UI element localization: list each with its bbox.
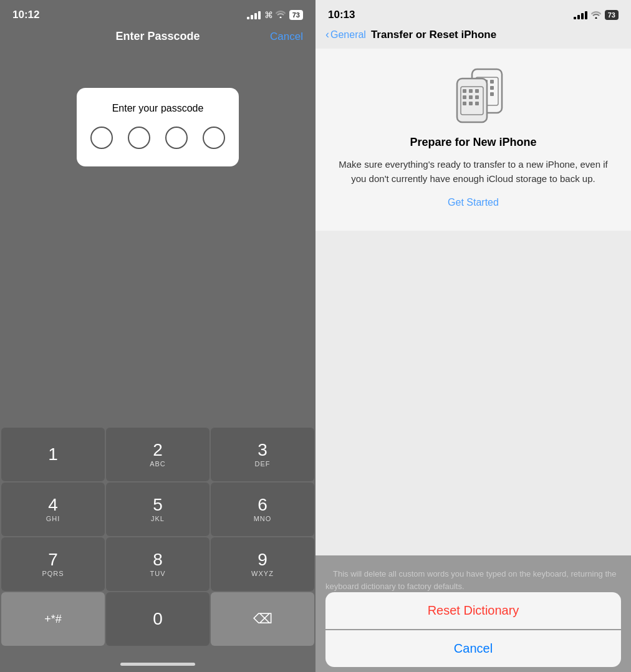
key-symbols: +*# [44,613,62,625]
svg-rect-4 [490,80,494,84]
key-letters-5: JKL [151,515,165,522]
nav-bar-left: Enter Passcode Cancel [0,26,316,50]
delete-icon: ⌫ [253,612,272,626]
passcode-dot-2 [128,127,150,149]
key-num-8: 8 [153,551,163,569]
prepare-icon [448,66,511,128]
numpad-key-8[interactable]: 8 TUV [106,537,210,591]
passcode-dot-1 [90,127,113,149]
key-letters-2: ABC [150,460,166,468]
numpad-key-symbols[interactable]: +*# [1,592,105,646]
key-num-6: 6 [258,496,267,514]
key-letters-6: MNO [254,515,272,522]
passcode-prompt: Enter your passcode [112,103,204,114]
action-sheet: This will delete all custom words you ha… [316,555,631,672]
key-letters-8: TUV [150,570,166,577]
right-panel: 10:13 73 ‹ General Transfer or Reset iPh… [316,0,631,672]
numpad-key-delete[interactable]: ⌫ [211,592,314,646]
svg-rect-19 [463,102,466,105]
back-chevron-icon: ‹ [325,28,329,41]
wifi-icon-right [591,11,601,19]
numpad-key-2[interactable]: 2 ABC [106,428,210,481]
home-indicator-left [120,663,195,666]
numpad-key-9[interactable]: 9 WXYZ [211,537,314,591]
status-icons-left: ⌘ 73 [247,10,303,20]
battery-icon-left: 73 [289,10,303,20]
prepare-title: Prepare for New iPhone [410,136,536,149]
svg-rect-17 [469,95,473,99]
time-left: 10:12 [12,9,39,21]
time-right: 10:13 [328,9,355,21]
key-num-2: 2 [153,441,163,459]
battery-icon-right: 73 [605,10,619,20]
back-button[interactable]: ‹ General [325,29,366,41]
passcode-dialog: Enter your passcode [77,88,239,166]
numpad: 1 2 ABC 3 DEF 4 GHI 5 JKL 6 MNO 7 PQRS 8 [0,426,316,647]
svg-rect-10 [490,92,494,96]
action-sheet-buttons: Reset Dictionary Cancel [325,592,621,667]
key-letters-7: PQRS [42,570,64,577]
status-bar-right: 10:13 73 [316,0,631,26]
svg-rect-7 [490,86,494,90]
status-bar-left: 10:12 ⌘ 73 [0,0,316,26]
nav-bar-right: ‹ General Transfer or Reset iPhone [316,26,631,49]
passcode-dot-4 [203,127,225,149]
reset-dictionary-button[interactable]: Reset Dictionary [325,592,621,629]
svg-rect-18 [475,95,479,99]
prepare-card: Prepare for New iPhone Make sure everyth… [316,49,631,231]
svg-rect-20 [469,102,473,105]
key-letters-4: GHI [46,515,60,522]
svg-rect-11 [457,79,487,122]
svg-rect-16 [463,95,466,99]
key-num-9: 9 [258,551,267,569]
passcode-dot-3 [165,127,188,149]
numpad-key-3[interactable]: 3 DEF [211,428,314,481]
right-nav-title: Transfer or Reset iPhone [371,29,496,41]
numpad-key-0[interactable]: 0 [106,592,210,646]
signal-icon-right [574,11,587,19]
signal-icon-left [247,11,261,19]
numpad-key-1[interactable]: 1 [1,428,105,481]
numpad-key-7[interactable]: 7 PQRS [1,537,105,591]
status-icons-right: 73 [574,10,619,20]
svg-rect-13 [463,89,466,93]
key-letters-3: DEF [255,460,271,468]
passcode-dots [90,127,225,149]
key-num-0: 0 [153,610,163,628]
key-num-1: 1 [48,446,58,463]
cancel-action-button[interactable]: Cancel [325,630,621,667]
key-num-3: 3 [258,441,267,459]
passcode-title: Enter Passcode [115,30,200,43]
svg-rect-21 [475,102,479,105]
key-letters-9: WXYZ [251,570,274,577]
key-num-7: 7 [48,551,58,569]
back-label: General [330,29,366,41]
key-num-4: 4 [48,496,58,514]
svg-rect-15 [475,89,479,93]
svg-rect-14 [469,89,473,93]
wifi-icon-left: ⌘ [264,10,286,20]
numpad-key-4[interactable]: 4 GHI [1,482,105,536]
numpad-key-6[interactable]: 6 MNO [211,482,314,536]
numpad-key-5[interactable]: 5 JKL [106,482,210,536]
cancel-button-left[interactable]: Cancel [270,31,303,43]
get-started-button[interactable]: Get Started [448,194,499,211]
phone-icons [448,66,498,122]
action-sheet-background: This will delete all custom words you ha… [316,555,631,672]
key-num-5: 5 [153,496,163,514]
left-panel: 10:12 ⌘ 73 Enter Passcode Cancel Enter y [0,0,316,672]
prepare-description: Make sure everything's ready to transfer… [333,158,614,186]
